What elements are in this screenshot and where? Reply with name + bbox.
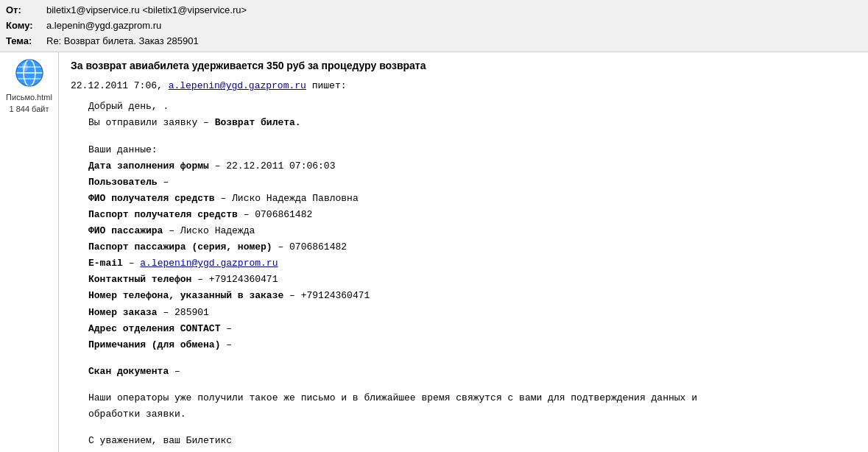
operators-notice-line1: Наши операторы уже получили такое же пис… [88,390,856,406]
greeting-text: Добрый день, . [88,101,169,112]
contact-address-line: Адрес отделения CONTACT – [88,321,856,337]
passport-recipient-line: Паспорт получателя средств – 0706861482 [88,207,856,223]
fio-passenger-line: ФИО пассажира – Лиско Надежда [88,223,856,239]
passport-recipient-value: 0706861482 [255,209,312,220]
form-date-value: 22.12.2011 07:06:03 [226,160,335,172]
from-label: От: [6,3,46,18]
to-value: a.lepenin@ygd.gazprom.ru [46,18,161,34]
fio-recipient-label: ФИО получателя средств [88,193,215,204]
order-phone-label: Номер телефона, указанный в заказе [88,290,283,301]
passport-passenger-line: Паспорт пассажира (серия, номер) – 07068… [88,239,856,255]
fio-recipient-dash: – [220,193,232,204]
order-number-dash: – [163,307,174,318]
greeting-line: Добрый день, . [88,99,856,115]
phone-line: Контактный телефон – +79124360471 [88,272,856,288]
contact-address-label: Адрес отделения CONTACT [88,323,220,334]
order-phone-line: Номер телефона, указанный в заказе – +79… [88,288,856,304]
fio-recipient-line: ФИО получателя средств – Лиско Надежда П… [88,191,856,207]
passport-recipient-dash: – [244,209,255,220]
to-label: Кому: [6,18,46,34]
email-sidebar: Письмо.html 1 844 байт [0,52,59,452]
quoted-email-link[interactable]: a.lepenin@ygd.gazprom.ru [169,80,306,91]
regards-line: С уважением, ваш Билетикс [88,433,856,449]
passport-passenger-label: Паспорт пассажира (серия, номер) [88,241,272,253]
fio-passenger-value: Лиско Надежда [180,225,255,236]
subject-label: Тема: [6,34,46,49]
phone-dash: – [197,274,209,285]
notes-label: Примечания (для обмена) [88,339,220,350]
from-row: От: biletix1@vipservice.ru <biletix1@vip… [6,3,862,18]
message-body: Добрый день, . Вы отправили заявку – Воз… [71,99,856,452]
order-number-value: 285901 [174,307,209,318]
summary-line: За возврат авиабилета удерживается 350 р… [71,60,856,71]
form-date-label: Дата заполнения формы [88,160,209,172]
svg-point-6 [22,63,28,71]
passport-recipient-label: Паспорт получателя средств [88,209,238,220]
attachment-filename: Письмо.html [6,92,52,103]
passport-passenger-value: 0706861482 [289,241,347,253]
email-content: За возврат авиабилета удерживается 350 р… [59,52,868,452]
from-value: biletix1@vipservice.ru <biletix1@vipserv… [46,3,247,18]
order-phone-value: +79124360471 [301,290,370,301]
subject-value: Re: Возврат билета. Заказ 285901 [46,34,199,49]
submission-line: Вы отправили заявку – Возврат билета. [88,115,856,131]
email-field-link[interactable]: a.lepenin@ygd.gazprom.ru [140,258,278,269]
email-line: E-mail – a.lepenin@ygd.gazprom.ru [88,255,856,272]
attachment-filesize: 1 844 байт [10,104,49,115]
scan-dash: – [174,366,180,377]
operators-notice-line2: обработки заявки. [88,406,856,423]
phone-label: Контактный телефон [88,274,191,285]
user-label: Пользователь [88,177,158,188]
email-body-wrapper: Письмо.html 1 844 байт За возврат авиаби… [0,52,868,452]
scan-label: Скан документа [88,366,169,377]
form-date-dash: – [215,160,227,172]
order-number-label: Номер заказа [88,307,158,318]
fio-passenger-label: ФИО пассажира [88,225,163,236]
order-number-line: Номер заказа – 285901 [88,305,856,321]
phone-value: +79124360471 [209,274,278,285]
subject-row: Тема: Re: Возврат билета. Заказ 285901 [6,34,862,49]
quoted-date-text: 22.12.2011 7:06, [71,80,163,91]
operators-notice-text: Наши операторы уже получили такое же пис… [88,392,697,403]
notes-line: Примечания (для обмена) – [88,337,856,353]
scan-line: Скан документа – [88,364,856,380]
email-field-dash: – [129,258,141,269]
website-line: www.biletix.ru [88,449,856,452]
operators-notice-text2: обработки заявки. [88,409,186,420]
notes-dash: – [226,339,232,350]
your-data-text: Ваши данные: [88,144,158,155]
form-date-line: Дата заполнения формы – 22.12.2011 07:06… [88,158,856,174]
contact-address-dash: – [226,323,232,334]
user-line: Пользователь – [88,174,856,191]
passport-passenger-dash: – [278,241,289,253]
quoted-date-line: 22.12.2011 7:06, a.lepenin@ygd.gazprom.r… [71,80,856,91]
user-dash: – [163,177,169,188]
regards-text: С уважением, ваш Билетикс [88,435,232,446]
email-header: От: biletix1@vipservice.ru <biletix1@vip… [0,0,868,52]
email-field-label: E-mail [88,258,123,269]
submission-bold-text: Возврат билета. [215,117,301,128]
submission-notice-text: Вы отправили заявку – [88,117,209,128]
order-phone-dash: – [289,290,301,301]
your-data-line: Ваши данные: [88,142,856,158]
ie-icon [15,58,44,88]
fio-recipient-value: Лиско Надежда Павловна [232,193,359,204]
fio-passenger-dash: – [169,225,180,236]
quoted-writes-text: пишет: [312,80,347,91]
to-row: Кому: a.lepenin@ygd.gazprom.ru [6,18,862,34]
